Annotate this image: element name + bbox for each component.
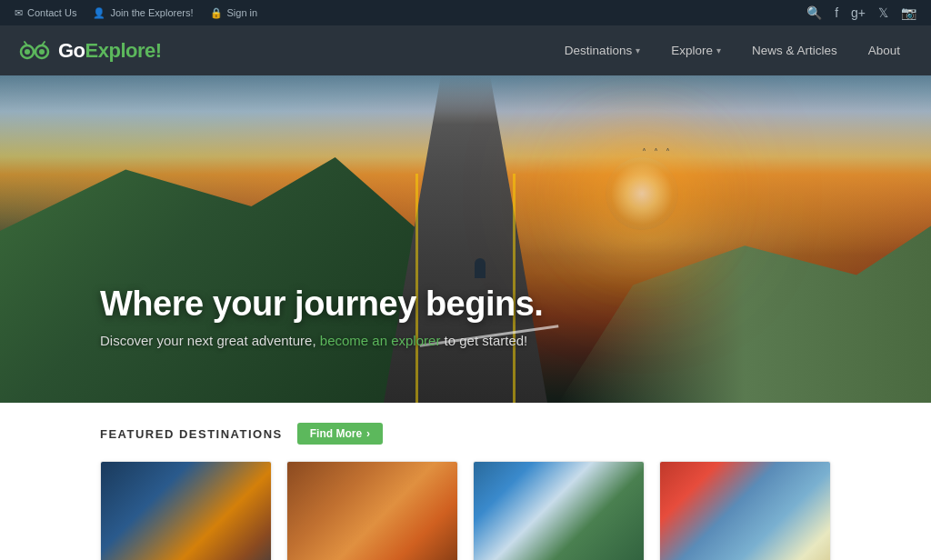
nav-explore-label: Explore [671,44,713,57]
hero-subtitle-after: to get started! [440,333,527,348]
logo-text-pre: Go [58,39,85,62]
dest-card-queenstown[interactable]: Queenstown, New Zealand 📍 Oceania [473,461,645,560]
destinations-caret: ▾ [636,45,640,55]
main-nav: GoExplore! Destinations ▾ Explore ▾ News… [0,25,931,75]
dest-image-yellowstone [287,462,457,560]
email-icon: ✉ [15,7,23,19]
join-label: Join the Explorers! [110,7,193,18]
dest-image-sydney [101,462,271,560]
contact-label: Contact Us [27,7,76,18]
nav-about[interactable]: About [856,36,913,65]
nav-about-label: About [868,44,900,57]
featured-header: FEATURED DESTINATIONS Find More › [100,423,831,445]
hero-person [475,258,486,278]
search-icon[interactable]: 🔍 [806,5,822,20]
hero-section: ˄ ˄ ˄ Where your journey begins. Discove… [0,75,931,403]
nav-links: Destinations ▾ Explore ▾ News & Articles… [552,36,913,65]
join-icon: 👤 [93,7,105,19]
dest-image-queenstown [474,462,644,560]
hero-title: Where your journey begins. [100,285,543,324]
signin-link[interactable]: 🔒 Sign in [210,7,258,19]
signin-icon: 🔒 [210,7,223,19]
signin-label: Sign in [227,7,258,18]
dest-card-yellowstone[interactable]: Yellowstone, USA 📍 North America [286,461,458,560]
nav-news[interactable]: News & Articles [739,36,850,65]
svg-point-2 [25,49,30,55]
bird-1: ˄ [642,147,646,157]
dest-card-sydney[interactable]: Sydney, Australia 📍 Oceania [100,461,272,560]
find-more-label: Find More [310,427,362,440]
explore-caret: ▾ [716,45,721,55]
logo-text-post: Explore! [85,39,162,62]
top-bar-right: 🔍 f g+ 𝕏 📷 [806,5,916,20]
hero-birds: ˄ ˄ ˄ [642,147,670,157]
logo[interactable]: GoExplore! [18,39,162,63]
nav-explore[interactable]: Explore ▾ [658,36,734,65]
logo-icon [18,39,51,63]
hero-overlay: Where your journey begins. Discover your… [100,285,543,348]
join-link[interactable]: 👤 Join the Explorers! [93,7,193,19]
bird-2: ˄ [654,147,658,157]
top-bar-left: ✉ Contact Us 👤 Join the Explorers! 🔒 Sig… [15,7,257,19]
nav-news-label: News & Articles [752,44,837,57]
dest-image-sf [660,462,830,560]
hero-subtitle: Discover your next great adventure, beco… [100,333,543,348]
nav-destinations[interactable]: Destinations ▾ [552,36,653,65]
instagram-icon[interactable]: 📷 [901,5,916,20]
googleplus-icon[interactable]: g+ [851,5,866,20]
logo-text: GoExplore! [58,39,162,63]
hero-sun [606,157,678,230]
featured-title: FEATURED DESTINATIONS [100,427,283,441]
hero-become-link[interactable]: become an explorer [320,333,441,348]
contact-us-link[interactable]: ✉ Contact Us [15,7,76,19]
find-more-button[interactable]: Find More › [297,423,383,445]
hero-subtitle-before: Discover your next great adventure, [100,333,320,348]
facebook-icon[interactable]: f [835,5,838,20]
dest-card-sf[interactable]: San Francisco, USA 📍 North America [659,461,831,560]
destinations-grid: Sydney, Australia 📍 Oceania Yellowstone,… [100,461,831,560]
top-bar: ✉ Contact Us 👤 Join the Explorers! 🔒 Sig… [0,0,931,25]
nav-destinations-label: Destinations [565,44,632,57]
twitter-icon[interactable]: 𝕏 [878,5,888,20]
arrow-right-icon: › [366,427,370,440]
svg-point-3 [39,49,45,55]
hero-background: ˄ ˄ ˄ [0,75,931,403]
featured-section: FEATURED DESTINATIONS Find More › Sydney… [0,403,931,560]
bird-3: ˄ [666,147,670,157]
